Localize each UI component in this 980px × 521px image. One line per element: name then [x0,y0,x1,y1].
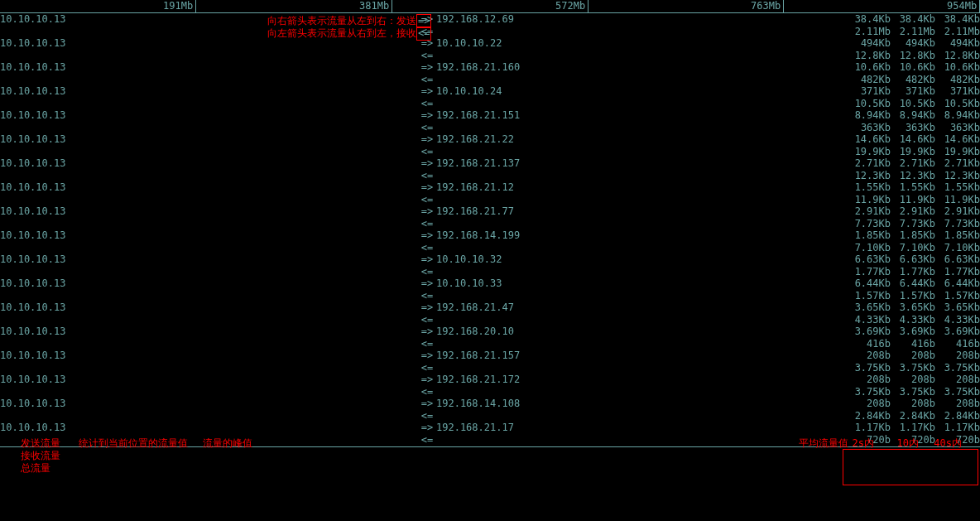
dst-host: 192.168.21.17 [436,422,846,434]
tx-2s: 1.55Kb [846,181,891,194]
rx-40s: 19.9Kb [935,146,980,158]
rx-10s: 7.10Kb [891,242,935,254]
connection-tx-row: 10.10.10.13=>192.168.20.103.69Kb3.69Kb3.… [0,326,980,338]
connection-rx-row: <=10.5Kb10.5Kb10.5Kb [0,98,980,110]
arrow-recv-icon: <= [418,218,436,230]
connection-rx-row: <=4.33Kb4.33Kb4.33Kb [0,314,980,326]
tx-40s: 8.94Kb [935,109,980,122]
arrow-send-icon: => [418,374,436,386]
tx-40s: 1.55Kb [935,181,980,194]
tx-2s: 371Kb [846,85,891,98]
dst-host: 192.168.12.69 [436,13,846,26]
connection-tx-row: 10.10.10.13=>192.168.21.157208b208b208b [0,350,980,362]
tx-40s: 371Kb [935,85,980,98]
tx-10s: 1.17Kb [891,422,935,434]
tx-40s: 2.91Kb [935,205,980,218]
rx-40s: 2.11Mb [935,26,980,38]
tx-10s: 8.94Kb [891,109,935,122]
rx-40s: 1.57Kb [935,290,980,302]
connection-rx-row: <=2.11Mb2.11Mb2.11Mb [0,26,980,38]
dst-host: 192.168.21.137 [436,157,846,170]
connection-tx-row: 10.10.10.13=>192.168.21.172208b208b208b [0,374,980,386]
src-host: 10.10.10.13 [0,85,418,98]
rx-40s: 3.75Kb [935,386,980,398]
dst-host: 192.168.21.151 [436,109,846,122]
rx-2s: 4.33Kb [846,314,891,326]
tx-40s: 3.69Kb [935,326,980,338]
tx-2s: 38.4Kb [846,13,891,26]
tx-10s: 2.91Kb [891,205,935,218]
annotation-total: 总流量 [21,462,50,475]
dst-host: 10.10.10.24 [436,85,846,98]
dst-host: 10.10.10.32 [436,253,846,266]
tx-40s: 6.44Kb [935,277,980,290]
tx-10s: 208b [891,350,935,362]
src-host: 10.10.10.13 [0,398,418,410]
dst-host: 192.168.14.199 [436,229,846,242]
arrow-recv-icon: <= [418,74,436,86]
arrow-recv-icon: <= [418,242,436,254]
rx-40s: 4.33Kb [935,314,980,326]
rx-2s: 2.84Kb [846,410,891,422]
connection-tx-row: 10.10.10.13=>10.10.10.326.63Kb6.63Kb6.63… [0,253,980,266]
arrow-send-icon: => [418,398,436,410]
tx-2s: 208b [846,398,891,410]
tx-40s: 1.85Kb [935,229,980,242]
connection-tx-row: 10.10.10.13=>192.168.21.1518.94Kb8.94Kb8… [0,109,980,122]
tx-10s: 14.6Kb [891,133,935,146]
rx-2s: 12.8Kb [846,50,891,62]
rx-2s: 3.75Kb [846,362,891,374]
connection-tx-row: 10.10.10.13=>192.168.12.6938.4Kb38.4Kb38… [0,13,980,26]
dst-host: 10.10.10.22 [436,37,846,50]
arrow-recv-icon: <= [418,314,436,326]
dst-host: 192.168.21.172 [436,374,846,386]
src-host: 10.10.10.13 [0,157,418,170]
arrow-recv-icon: <= [418,122,436,134]
dst-host: 192.168.21.47 [436,302,846,314]
tx-2s: 3.65Kb [846,302,891,314]
connection-rx-row: <=363Kb363Kb363Kb [0,122,980,134]
rx-2s: 2.11Mb [846,26,891,38]
dst-host: 192.168.21.157 [436,350,846,362]
tx-2s: 14.6Kb [846,133,891,146]
arrow-send-icon: => [418,229,436,242]
src-host: 10.10.10.13 [0,133,418,146]
connection-tx-row: 10.10.10.13=>192.168.14.108208b208b208b [0,398,980,410]
rx-10s: 3.75Kb [891,362,935,374]
rx-10s: 11.9Kb [891,194,935,206]
connection-rx-row: <=1.77Kb1.77Kb1.77Kb [0,266,980,278]
arrow-recv-icon: <= [418,338,436,350]
rx-2s: 1.57Kb [846,290,891,302]
arrow-send-icon: => [418,109,436,122]
annotation-40s: 40s内 [934,437,962,450]
src-host: 10.10.10.13 [0,326,418,338]
src-host: 10.10.10.13 [0,229,418,242]
tx-10s: 208b [891,398,935,410]
arrow-send-icon: => [418,326,436,338]
rx-2s: 1.77Kb [846,266,891,278]
rx-10s: 10.5Kb [891,98,935,110]
rx-40s: 7.73Kb [935,218,980,230]
tx-40s: 3.65Kb [935,302,980,314]
dst-host: 192.168.21.160 [436,61,846,74]
arrow-send-icon: => [418,133,436,146]
annotation-rx: 接收流量 [21,450,60,462]
arrow-recv-icon: <= [418,266,436,278]
annotation-2s: 2s内 [853,437,874,450]
rx-10s: 1.57Kb [891,290,935,302]
arrow-send-icon: => [418,422,436,434]
arrow-send-icon: => [418,157,436,170]
scale-tick-label: 572Mb [555,0,585,12]
tx-2s: 1.85Kb [846,229,891,242]
tx-2s: 8.94Kb [846,109,891,122]
tx-10s: 494Kb [891,37,935,50]
src-host: 10.10.10.13 [0,109,418,122]
arrow-recv-icon: <= [418,194,436,206]
tx-10s: 6.44Kb [891,277,935,290]
connection-rx-row: <=7.73Kb7.73Kb7.73Kb [0,218,980,230]
rx-40s: 363Kb [935,122,980,134]
tx-2s: 10.6Kb [846,61,891,74]
rx-10s: 12.8Kb [891,50,935,62]
tx-10s: 208b [891,374,935,386]
tx-10s: 3.65Kb [891,302,935,314]
